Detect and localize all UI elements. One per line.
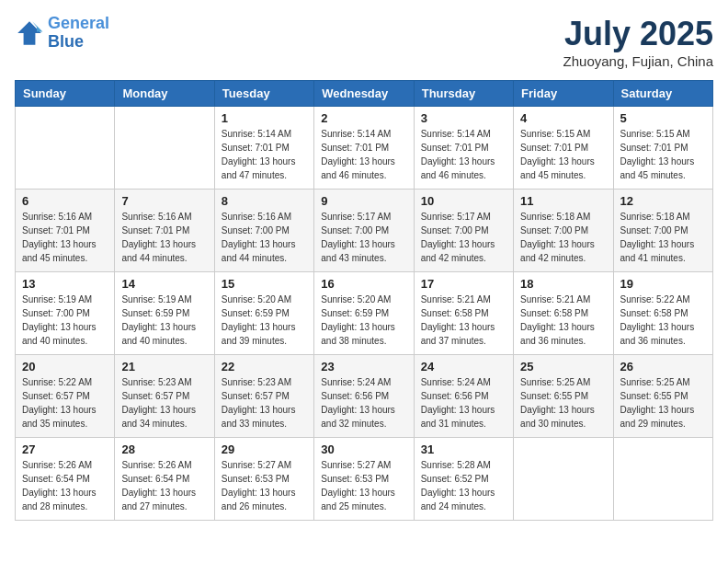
day-info: Sunrise: 5:22 AMSunset: 6:57 PMDaylight:… <box>22 375 108 431</box>
calendar-cell: 20 Sunrise: 5:22 AMSunset: 6:57 PMDaylig… <box>16 355 115 438</box>
day-info: Sunrise: 5:14 AMSunset: 7:01 PMDaylight:… <box>321 127 406 182</box>
day-number: 18 <box>520 277 606 291</box>
day-info: Sunrise: 5:18 AMSunset: 7:00 PMDaylight:… <box>620 210 706 265</box>
day-info: Sunrise: 5:24 AMSunset: 6:56 PMDaylight:… <box>421 375 506 431</box>
calendar-cell: 7 Sunrise: 5:16 AMSunset: 7:01 PMDayligh… <box>115 190 214 272</box>
day-info: Sunrise: 5:19 AMSunset: 7:00 PMDaylight:… <box>22 293 108 348</box>
day-number: 3 <box>421 111 506 125</box>
day-number: 1 <box>222 111 307 125</box>
title-block: July 2025 Zhuoyang, Fujian, China <box>563 15 713 69</box>
calendar-cell: 3 Sunrise: 5:14 AMSunset: 7:01 PMDayligh… <box>414 107 513 190</box>
day-info: Sunrise: 5:21 AMSunset: 6:58 PMDaylight:… <box>421 293 506 348</box>
day-info: Sunrise: 5:26 AMSunset: 6:54 PMDaylight:… <box>121 458 207 513</box>
weekday-header-friday: Friday <box>514 81 613 107</box>
calendar-cell: 5 Sunrise: 5:15 AMSunset: 7:01 PMDayligh… <box>613 107 712 190</box>
calendar-week-3: 13 Sunrise: 5:19 AMSunset: 7:00 PMDaylig… <box>16 272 713 355</box>
calendar-cell: 9 Sunrise: 5:17 AMSunset: 7:00 PMDayligh… <box>314 190 414 272</box>
weekday-header-thursday: Thursday <box>414 81 513 107</box>
day-info: Sunrise: 5:23 AMSunset: 6:57 PMDaylight:… <box>222 375 307 431</box>
day-info: Sunrise: 5:16 AMSunset: 7:01 PMDaylight:… <box>121 210 207 265</box>
day-number: 20 <box>22 360 108 373</box>
day-number: 19 <box>620 277 706 291</box>
logo-text: GeneralBlue <box>48 15 109 52</box>
calendar-cell: 6 Sunrise: 5:16 AMSunset: 7:01 PMDayligh… <box>16 190 115 272</box>
day-number: 21 <box>121 360 207 373</box>
weekday-header-monday: Monday <box>115 81 214 107</box>
calendar-cell: 22 Sunrise: 5:23 AMSunset: 6:57 PMDaylig… <box>214 355 313 438</box>
calendar-cell: 13 Sunrise: 5:19 AMSunset: 7:00 PMDaylig… <box>16 272 115 355</box>
calendar-cell: 10 Sunrise: 5:17 AMSunset: 7:00 PMDaylig… <box>414 190 513 272</box>
day-info: Sunrise: 5:22 AMSunset: 6:58 PMDaylight:… <box>620 293 706 348</box>
day-number: 5 <box>620 111 706 125</box>
day-info: Sunrise: 5:21 AMSunset: 6:58 PMDaylight:… <box>520 293 606 348</box>
calendar-cell: 16 Sunrise: 5:20 AMSunset: 6:59 PMDaylig… <box>314 272 414 355</box>
calendar-cell <box>16 107 115 190</box>
day-info: Sunrise: 5:27 AMSunset: 6:53 PMDaylight:… <box>222 458 307 513</box>
day-info: Sunrise: 5:15 AMSunset: 7:01 PMDaylight:… <box>620 127 706 182</box>
day-number: 11 <box>520 194 606 208</box>
day-number: 2 <box>321 111 406 125</box>
logo-icon <box>15 18 44 48</box>
day-number: 27 <box>22 442 108 456</box>
calendar-cell: 26 Sunrise: 5:25 AMSunset: 6:55 PMDaylig… <box>613 355 712 438</box>
day-info: Sunrise: 5:18 AMSunset: 7:00 PMDaylight:… <box>520 210 606 265</box>
day-info: Sunrise: 5:20 AMSunset: 6:59 PMDaylight:… <box>222 293 307 348</box>
calendar-cell: 1 Sunrise: 5:14 AMSunset: 7:01 PMDayligh… <box>214 107 313 190</box>
logo: GeneralBlue <box>15 15 109 52</box>
location: Zhuoyang, Fujian, China <box>563 53 713 69</box>
day-number: 16 <box>321 277 406 291</box>
day-info: Sunrise: 5:15 AMSunset: 7:01 PMDaylight:… <box>520 127 606 182</box>
day-info: Sunrise: 5:25 AMSunset: 6:55 PMDaylight:… <box>520 375 606 431</box>
day-number: 30 <box>321 442 406 456</box>
day-info: Sunrise: 5:16 AMSunset: 7:00 PMDaylight:… <box>222 210 307 265</box>
calendar-cell: 29 Sunrise: 5:27 AMSunset: 6:53 PMDaylig… <box>214 438 313 521</box>
day-info: Sunrise: 5:20 AMSunset: 6:59 PMDaylight:… <box>321 293 406 348</box>
day-number: 4 <box>520 111 606 125</box>
day-number: 17 <box>421 277 506 291</box>
calendar-cell: 21 Sunrise: 5:23 AMSunset: 6:57 PMDaylig… <box>115 355 214 438</box>
calendar-cell: 2 Sunrise: 5:14 AMSunset: 7:01 PMDayligh… <box>314 107 414 190</box>
day-number: 13 <box>22 277 108 291</box>
calendar-cell: 18 Sunrise: 5:21 AMSunset: 6:58 PMDaylig… <box>514 272 613 355</box>
calendar-week-1: 1 Sunrise: 5:14 AMSunset: 7:01 PMDayligh… <box>16 107 713 190</box>
calendar-cell: 19 Sunrise: 5:22 AMSunset: 6:58 PMDaylig… <box>613 272 712 355</box>
day-number: 23 <box>321 360 406 373</box>
calendar-week-4: 20 Sunrise: 5:22 AMSunset: 6:57 PMDaylig… <box>16 355 713 438</box>
day-info: Sunrise: 5:14 AMSunset: 7:01 PMDaylight:… <box>222 127 307 182</box>
month-title: July 2025 <box>563 15 713 53</box>
calendar-cell: 24 Sunrise: 5:24 AMSunset: 6:56 PMDaylig… <box>414 355 513 438</box>
calendar-cell: 15 Sunrise: 5:20 AMSunset: 6:59 PMDaylig… <box>214 272 313 355</box>
day-number: 24 <box>421 360 506 373</box>
day-number: 22 <box>222 360 307 373</box>
day-info: Sunrise: 5:28 AMSunset: 6:52 PMDaylight:… <box>421 458 506 513</box>
weekday-header-saturday: Saturday <box>613 81 712 107</box>
calendar-week-5: 27 Sunrise: 5:26 AMSunset: 6:54 PMDaylig… <box>16 438 713 521</box>
day-number: 25 <box>520 360 606 373</box>
day-number: 10 <box>421 194 506 208</box>
calendar-cell: 31 Sunrise: 5:28 AMSunset: 6:52 PMDaylig… <box>414 438 513 521</box>
day-number: 28 <box>121 442 207 456</box>
weekday-header-sunday: Sunday <box>16 81 115 107</box>
day-number: 26 <box>620 360 706 373</box>
day-info: Sunrise: 5:27 AMSunset: 6:53 PMDaylight:… <box>321 458 406 513</box>
calendar-cell <box>115 107 214 190</box>
svg-marker-0 <box>17 21 41 45</box>
calendar-cell: 28 Sunrise: 5:26 AMSunset: 6:54 PMDaylig… <box>115 438 214 521</box>
day-number: 7 <box>121 194 207 208</box>
calendar-cell: 8 Sunrise: 5:16 AMSunset: 7:00 PMDayligh… <box>214 190 313 272</box>
calendar-cell <box>613 438 712 521</box>
day-number: 9 <box>321 194 406 208</box>
day-info: Sunrise: 5:16 AMSunset: 7:01 PMDaylight:… <box>22 210 108 265</box>
calendar-cell: 12 Sunrise: 5:18 AMSunset: 7:00 PMDaylig… <box>613 190 712 272</box>
day-number: 14 <box>121 277 207 291</box>
calendar-cell: 27 Sunrise: 5:26 AMSunset: 6:54 PMDaylig… <box>16 438 115 521</box>
calendar-cell: 23 Sunrise: 5:24 AMSunset: 6:56 PMDaylig… <box>314 355 414 438</box>
calendar-cell <box>514 438 613 521</box>
day-info: Sunrise: 5:23 AMSunset: 6:57 PMDaylight:… <box>121 375 207 431</box>
day-info: Sunrise: 5:17 AMSunset: 7:00 PMDaylight:… <box>321 210 406 265</box>
day-info: Sunrise: 5:24 AMSunset: 6:56 PMDaylight:… <box>321 375 406 431</box>
day-number: 15 <box>222 277 307 291</box>
calendar-cell: 11 Sunrise: 5:18 AMSunset: 7:00 PMDaylig… <box>514 190 613 272</box>
calendar-header-row: SundayMondayTuesdayWednesdayThursdayFrid… <box>16 81 713 107</box>
day-info: Sunrise: 5:26 AMSunset: 6:54 PMDaylight:… <box>22 458 108 513</box>
